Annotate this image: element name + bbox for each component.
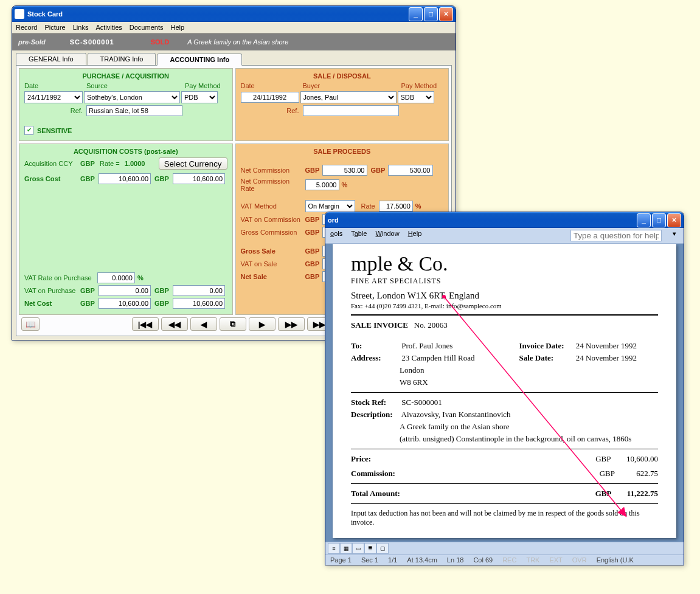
menu-window[interactable]: Window — [376, 230, 400, 241]
addr1: 23 Campden Hill Road — [401, 353, 517, 363]
company-address: Street, London W1X 6RT, England — [351, 291, 658, 301]
acq-header: ACQUISITION COSTS (post-sale) — [24, 148, 227, 155]
menu-bar: Record Picture Links Activities Document… — [12, 22, 456, 33]
date-label: Date — [24, 82, 85, 89]
purchase-source[interactable]: Sotheby's, London — [84, 91, 180, 103]
price-value: 10,600.00 — [626, 454, 658, 463]
panel-acquisition-costs: ACQUISITION COSTS (post-sale) Acquisitio… — [19, 143, 233, 315]
gross-gbp1: GBP — [80, 175, 97, 182]
nav-back[interactable]: ◀ — [190, 317, 217, 331]
nav-forward[interactable]: ▶ — [249, 317, 275, 331]
sale-date — [241, 92, 299, 103]
company-contact: Fax: +44 (0)20 7499 4321, E-mail: info@s… — [351, 302, 658, 309]
tab-general[interactable]: GENERAL Info — [16, 53, 86, 65]
menu-help[interactable]: Help — [408, 230, 422, 241]
nav-first[interactable]: |◀◀ — [132, 317, 159, 331]
desc1: Aivazovsky, Ivan Konstantinovich — [401, 410, 511, 419]
netcom-gbp2: GBP — [371, 167, 387, 174]
vatsale-gbp1: GBP — [305, 260, 321, 268]
document-area[interactable]: mple & Co. FINE ART SPECIALISTS Street, … — [325, 244, 684, 542]
dropdown-icon[interactable]: ▾ — [670, 230, 679, 241]
nav-fastforward[interactable]: ▶▶ — [278, 317, 305, 331]
select-currency-button[interactable]: Select Currency — [159, 157, 227, 170]
close-button[interactable]: × — [439, 7, 453, 21]
invdate-value: 24 November 1992 — [576, 341, 637, 351]
buyer-label: Buyer — [303, 82, 400, 89]
desc-label: Description: — [351, 410, 400, 420]
sale-header: SALE / DISPOSAL — [241, 72, 444, 80]
purchase-header: PURCHASE / ACQUISITION — [24, 72, 227, 80]
netcom-1 — [322, 165, 367, 176]
rate-input[interactable] — [379, 201, 413, 212]
netcost-2 — [173, 298, 225, 309]
menu-activities[interactable]: Activities — [95, 24, 122, 31]
book-icon[interactable]: 📖 — [21, 317, 40, 331]
addr-label: Address: — [351, 353, 400, 363]
gross-gbp2: GBP — [154, 175, 172, 182]
word-close[interactable]: × — [667, 213, 681, 227]
purchase-date[interactable]: 24/11/1992 — [24, 91, 83, 103]
vatmethod-select[interactable]: On Margin — [305, 200, 355, 212]
netcom-2 — [388, 165, 433, 176]
status-ovr: OVR — [572, 556, 587, 564]
total-value: 11,222.75 — [627, 489, 658, 498]
tab-accounting[interactable]: ACCOUNTING Info — [157, 54, 242, 66]
sale-ref[interactable] — [303, 105, 399, 116]
nav-current[interactable]: ⧉ — [220, 317, 246, 331]
acq-rate: 1.0000 — [125, 160, 145, 167]
netcomrate-input[interactable] — [305, 179, 339, 190]
total-label: Total Amount: — [351, 489, 424, 499]
invoice-title: SALE INVOICE — [351, 320, 408, 330]
vatcom-label: VAT on Commission — [241, 216, 304, 223]
menu-help[interactable]: Help — [170, 24, 184, 31]
menu-links[interactable]: Links — [73, 24, 89, 31]
vatpur-2 — [173, 285, 225, 296]
help-search[interactable] — [570, 230, 662, 241]
sale-paymethod[interactable]: SDB — [398, 91, 434, 103]
saledate-label: Sale Date: — [519, 353, 574, 363]
vatpur-gbp1: GBP — [80, 287, 97, 294]
menu-tools[interactable]: ools — [330, 230, 342, 241]
minimize-button[interactable]: _ — [409, 7, 423, 21]
paymethod-label: Pay Method — [185, 82, 221, 89]
rate-label: Rate — [361, 202, 375, 210]
net-gbp1: GBP — [80, 300, 97, 307]
menu-table[interactable]: Table — [351, 230, 367, 241]
comm-value: 622.75 — [636, 469, 658, 478]
word-maximize[interactable]: □ — [652, 213, 666, 227]
sale-ref-label: Ref. — [241, 107, 302, 114]
stockref-value: SC-S000001 — [401, 398, 442, 407]
tab-trading[interactable]: TRADING Info — [88, 53, 156, 65]
sensitive-checkbox[interactable]: ✔ — [24, 126, 33, 135]
purchase-paymethod[interactable]: PDB — [181, 91, 218, 103]
gross-cost-1[interactable] — [99, 173, 151, 184]
price-label: Price: — [351, 454, 400, 464]
vatpur-gbp2: GBP — [154, 287, 172, 294]
view-web[interactable]: ▦ — [340, 543, 352, 554]
word-minimize[interactable]: _ — [637, 213, 651, 227]
view-print[interactable]: ▭ — [352, 543, 364, 554]
view-reading[interactable]: ▢ — [376, 543, 389, 554]
nav-fastback[interactable]: ◀◀ — [161, 317, 188, 331]
purchase-ref[interactable] — [86, 105, 182, 116]
titlebar[interactable]: Stock Card _ □ × — [12, 6, 456, 22]
percent-icon: % — [342, 181, 348, 188]
maximize-button[interactable]: □ — [424, 7, 438, 21]
netsale-label: Net Sale — [241, 273, 304, 280]
desc3: (attrib. unsigned) Constantinople in the… — [400, 434, 631, 443]
acq-gbp1: GBP — [80, 160, 99, 167]
word-titlebar[interactable]: ord _ □ × — [325, 212, 684, 228]
sale-buyer[interactable]: Jones, Paul — [300, 91, 397, 103]
menu-picture[interactable]: Picture — [44, 24, 65, 31]
item-description: A Greek family on the Asian shore — [187, 38, 288, 46]
view-outline[interactable]: ≣ — [364, 543, 376, 554]
vatrate-input[interactable] — [97, 272, 135, 283]
netsale-gbp1: GBP — [305, 273, 321, 280]
netcost-label: Net Cost — [24, 300, 79, 307]
netcom-gbp1: GBP — [305, 167, 321, 174]
view-normal[interactable]: ≡ — [328, 543, 340, 554]
total-gbp: GBP — [595, 489, 611, 498]
menu-documents[interactable]: Documents — [130, 24, 164, 31]
menu-record[interactable]: Record — [16, 24, 37, 31]
word-window: ord _ □ × ools Table Window Help ▾ mple … — [325, 212, 684, 565]
